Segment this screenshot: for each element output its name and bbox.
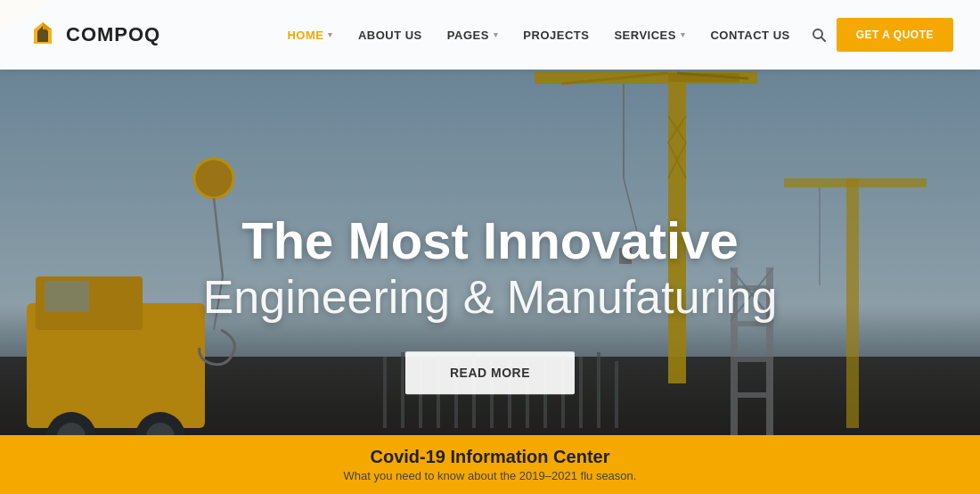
hero-content: The Most Innovative Engineering & Manufa… [178,212,802,394]
search-icon[interactable] [804,21,833,49]
hero-title-line2: Engineering & Manufaturing [178,269,802,325]
logo-icon [27,19,59,51]
nav-links: HOME ▾ ABOUT US PAGES ▾ PROJECTS SERVICE… [276,18,953,52]
hero-cta-button[interactable]: Read more [405,351,575,394]
banner-subtitle: What you need to know about the 2019–202… [344,469,637,482]
nav-item-pages[interactable]: PAGES ▾ [437,21,510,49]
logo[interactable]: COMPOQ [27,19,160,51]
svg-line-4 [821,37,825,41]
hero-title-line1: The Most Innovative [178,212,802,269]
svg-marker-2 [43,22,52,29]
chevron-down-icon: ▾ [494,30,499,39]
nav-item-about[interactable]: ABOUT US [347,21,433,49]
chevron-down-icon: ▾ [681,30,686,39]
nav-item-projects[interactable]: PROJECTS [512,21,600,49]
banner-title: Covid-19 Information Center [371,447,610,467]
logo-text: COMPOQ [66,23,160,46]
covid-banner: Covid-19 Information Center What you nee… [0,435,980,494]
navbar: COMPOQ HOME ▾ ABOUT US PAGES ▾ PROJECTS … [0,0,980,70]
nav-item-contact[interactable]: CONTACT US [699,21,800,49]
nav-item-home[interactable]: HOME ▾ [276,21,344,49]
get-quote-button[interactable]: GET A QUOTE [837,18,953,52]
nav-item-services[interactable]: SERVICES ▾ [603,21,696,49]
chevron-down-icon: ▾ [328,30,333,39]
